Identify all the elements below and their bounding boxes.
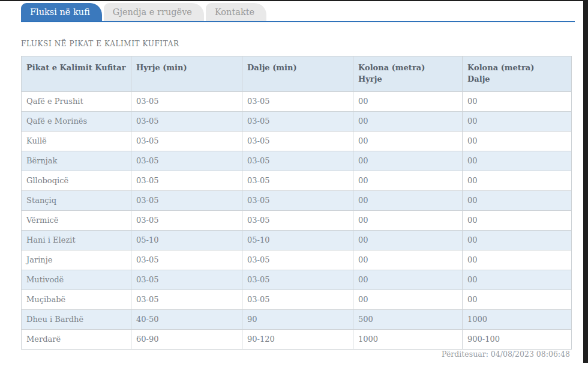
table-row: Dheu i Bardhë40-50905001000 [22,309,572,329]
crossing-point-name: Kullë [22,131,131,151]
table-row: Muçibabë03-0503-050000 [22,290,572,309]
crossing-value: 00 [353,111,463,131]
column-header-crossing-point: Pikat e Kalimit Kufitar [22,56,131,92]
tab-bar: Fluksi në kufi Gjendja e rrugëve Kontakt… [21,3,266,21]
tab-label: Kontakte [215,7,254,17]
crossing-value: 03-05 [242,91,353,111]
crossing-value: 1000 [353,329,463,349]
crossing-value: 03-05 [242,290,353,309]
crossing-value: 500 [353,309,463,329]
table-row: Vërmicë03-0503-050000 [22,210,572,230]
crossing-point-name: Stançiq [22,190,131,210]
crossing-value: 00 [353,171,463,190]
crossing-point-name: Glloboqicë [22,171,131,190]
crossing-value: 00 [353,131,463,151]
window-right-edge [583,0,588,363]
tab-kontakte[interactable]: Kontakte [206,3,266,21]
table-row: Qafë e Morinës03-0503-050000 [22,111,572,131]
crossing-point-name: Vërmicë [22,210,131,230]
crossing-value: 60-90 [131,329,242,349]
tab-label: Fluksi në kufi [30,7,90,17]
border-crossing-table: Pikat e Kalimit Kufitar Hyrje (min) Dalj… [21,56,572,350]
table-row: Hani i Elezit05-1005-100000 [22,230,572,250]
crossing-value: 00 [463,210,572,230]
crossing-point-name: Jarinje [22,250,131,270]
crossing-value: 00 [463,131,572,151]
crossing-value: 03-05 [131,171,242,190]
tab-label: Gjendja e rrugëve [113,7,192,17]
crossing-point-name: Muçibabë [22,290,131,309]
crossing-point-name: Dheu i Bardhë [22,309,131,329]
table-row: Bërnjak03-0503-050000 [22,151,572,171]
crossing-value: 03-05 [242,190,353,210]
crossing-value: 03-05 [131,151,242,171]
column-header-exit-min: Dalje (min) [242,56,353,92]
crossing-value: 90 [242,309,353,329]
crossing-value: 40-50 [131,309,242,329]
crossing-value: 03-05 [131,290,242,309]
crossing-value: 03-05 [242,151,353,171]
crossing-value: 00 [463,290,572,309]
crossing-value: 03-05 [131,250,242,270]
window-top-edge [0,0,588,1]
table-row: Glloboqicë03-0503-050000 [22,171,572,190]
column-header-entry-min: Hyrje (min) [131,56,242,92]
crossing-value: 90-120 [242,329,353,349]
crossing-value: 03-05 [242,171,353,190]
crossing-value: 00 [353,151,463,171]
table-row: Qafë e Prushit03-0503-050000 [22,91,572,111]
crossing-point-name: Hani i Elezit [22,230,131,250]
table-header-row: Pikat e Kalimit Kufitar Hyrje (min) Dalj… [22,56,572,92]
crossing-value: 900-100 [463,329,572,349]
crossing-value: 00 [353,190,463,210]
table-row: Mutivodë03-0503-050000 [22,270,572,290]
table-row: Jarinje03-0503-050000 [22,250,572,270]
crossing-point-name: Mutivodë [22,270,131,290]
crossing-value: 03-05 [131,270,242,290]
crossing-value: 03-05 [131,111,242,131]
table-row: Stançiq03-0503-050000 [22,190,572,210]
page-title: FLUKSI NË PIKAT E KALIMIT KUFITAR [21,40,179,48]
crossing-point-name: Qafë e Prushit [22,91,131,111]
crossing-value: 05-10 [131,230,242,250]
crossing-value: 03-05 [131,91,242,111]
crossing-value: 03-05 [131,190,242,210]
crossing-value: 00 [463,190,572,210]
crossing-value: 00 [463,250,572,270]
crossing-value: 00 [353,230,463,250]
column-header-queue-entry: Kolona (metra) Hyrje [353,56,463,92]
crossing-value: 00 [463,151,572,171]
tab-gjendja-e-rrugeve[interactable]: Gjendja e rrugëve [104,3,204,21]
crossing-point-name: Bërnjak [22,151,131,171]
table-body: Qafë e Prushit03-0503-050000Qafë e Morin… [22,91,572,349]
crossing-value: 00 [353,91,463,111]
crossing-value: 03-05 [242,250,353,270]
crossing-value: 1000 [463,309,572,329]
crossing-value: 00 [353,290,463,309]
crossing-value: 03-05 [131,210,242,230]
crossing-value: 00 [463,91,572,111]
tab-underline [21,21,575,22]
crossing-value: 00 [463,270,572,290]
crossing-value: 03-05 [242,131,353,151]
crossing-value: 00 [353,250,463,270]
crossing-value: 03-05 [131,131,242,151]
last-updated-timestamp: Përditesuar: 04/08/2023 08:06:48 [442,350,570,359]
crossing-value: 00 [353,210,463,230]
crossing-value: 00 [463,111,572,131]
crossing-value: 03-05 [242,210,353,230]
crossing-value: 00 [353,270,463,290]
crossing-value: 05-10 [242,230,353,250]
crossing-value: 03-05 [242,111,353,131]
crossing-value: 03-05 [242,270,353,290]
crossing-point-name: Merdarë [22,329,131,349]
table-row: Merdarë60-9090-1201000900-100 [22,329,572,349]
tab-fluksi-ne-kufi[interactable]: Fluksi në kufi [21,3,102,21]
border-traffic-page: Fluksi në kufi Gjendja e rrugëve Kontakt… [0,0,588,370]
crossing-value: 00 [463,171,572,190]
column-header-queue-exit: Kolona (metra) Dalje [463,56,572,92]
table-row: Kullë03-0503-050000 [22,131,572,151]
crossing-point-name: Qafë e Morinës [22,111,131,131]
crossing-value: 00 [463,230,572,250]
